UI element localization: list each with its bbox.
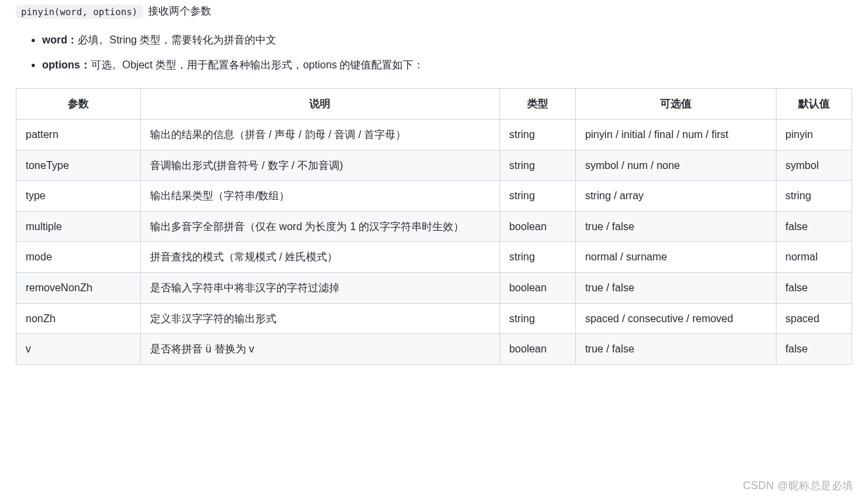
table-row: pattern 输出的结果的信息（拼音 / 声母 / 韵母 / 音调 / 首字母… — [16, 119, 852, 150]
cell-param: mode — [16, 242, 141, 273]
cell-type: string — [499, 303, 575, 334]
options-table-wrap: 参数 说明 类型 可选值 默认值 pattern 输出的结果的信息（拼音 / 声… — [16, 88, 852, 364]
cell-desc: 是否输入字符串中将非汉字的字符过滤掉 — [140, 272, 499, 303]
cell-default: normal — [776, 242, 852, 273]
arg-name: word： — [42, 34, 78, 45]
intro-line: pinyin(word, options) 接收两个参数 — [16, 3, 852, 20]
cell-desc: 音调输出形式(拼音符号 / 数字 / 不加音调) — [140, 150, 499, 181]
col-header-type: 类型 — [499, 89, 575, 120]
arg-name: options： — [42, 59, 91, 70]
table-row: v 是否将拼音 ü 替换为 v boolean true / false fal… — [16, 334, 852, 365]
cell-type: string — [499, 119, 575, 150]
cell-desc: 输出的结果的信息（拼音 / 声母 / 韵母 / 音调 / 首字母） — [140, 119, 499, 150]
cell-options: pinyin / initial / final / num / first — [576, 119, 776, 150]
cell-options: symbol / num / none — [576, 150, 776, 181]
cell-desc: 拼音查找的模式（常规模式 / 姓氏模式） — [140, 242, 499, 273]
cell-default: spaced — [776, 303, 852, 334]
cell-type: string — [499, 242, 575, 273]
col-header-default: 默认值 — [776, 89, 852, 120]
cell-param: multiple — [16, 211, 141, 242]
cell-default: false — [776, 334, 852, 365]
cell-default: symbol — [776, 150, 852, 181]
cell-type: string — [499, 150, 575, 181]
col-header-desc: 说明 — [140, 89, 499, 120]
table-row: mode 拼音查找的模式（常规模式 / 姓氏模式） string normal … — [16, 242, 852, 273]
table-row: nonZh 定义非汉字字符的输出形式 string spaced / conse… — [16, 303, 852, 334]
cell-options: normal / surname — [576, 242, 776, 273]
cell-desc: 是否将拼音 ü 替换为 v — [140, 334, 499, 365]
table-row: removeNonZh 是否输入字符串中将非汉字的字符过滤掉 boolean t… — [16, 272, 852, 303]
cell-type: string — [499, 181, 575, 212]
col-header-param: 参数 — [16, 89, 141, 120]
table-row: multiple 输出多音字全部拼音（仅在 word 为长度为 1 的汉字字符串… — [16, 211, 852, 242]
cell-options: true / false — [576, 272, 776, 303]
options-table: 参数 说明 类型 可选值 默认值 pattern 输出的结果的信息（拼音 / 声… — [16, 88, 852, 364]
intro-label: 接收两个参数 — [148, 5, 211, 16]
cell-options: true / false — [576, 334, 776, 365]
arg-desc: 必填。String 类型，需要转化为拼音的中文 — [78, 34, 276, 45]
cell-param: v — [16, 334, 141, 365]
options-table-body: pattern 输出的结果的信息（拼音 / 声母 / 韵母 / 音调 / 首字母… — [16, 119, 852, 364]
cell-param: toneType — [16, 150, 141, 181]
table-header-row: 参数 说明 类型 可选值 默认值 — [16, 89, 852, 120]
col-header-options: 可选值 — [576, 89, 776, 120]
arg-desc: 可选。Object 类型，用于配置各种输出形式，options 的键值配置如下： — [91, 59, 424, 70]
cell-type: boolean — [499, 334, 575, 365]
cell-param: removeNonZh — [16, 272, 141, 303]
cell-options: spaced / consecutive / removed — [576, 303, 776, 334]
cell-type: boolean — [499, 272, 575, 303]
table-row: toneType 音调输出形式(拼音符号 / 数字 / 不加音调) string… — [16, 150, 852, 181]
arguments-list: word：必填。String 类型，需要转化为拼音的中文 options：可选。… — [16, 30, 852, 76]
cell-desc: 定义非汉字字符的输出形式 — [140, 303, 499, 334]
cell-param: pattern — [16, 119, 141, 150]
cell-default: pinyin — [776, 119, 852, 150]
cell-options: true / false — [576, 211, 776, 242]
cell-desc: 输出多音字全部拼音（仅在 word 为长度为 1 的汉字字符串时生效） — [140, 211, 499, 242]
cell-default: string — [776, 181, 852, 212]
function-signature: pinyin(word, options) — [16, 5, 143, 19]
cell-options: string / array — [576, 181, 776, 212]
list-item: options：可选。Object 类型，用于配置各种输出形式，options … — [42, 55, 852, 75]
cell-default: false — [776, 211, 852, 242]
cell-param: nonZh — [16, 303, 141, 334]
table-row: type 输出结果类型（字符串/数组） string string / arra… — [16, 181, 852, 212]
cell-default: false — [776, 272, 852, 303]
cell-type: boolean — [499, 211, 575, 242]
cell-param: type — [16, 181, 141, 212]
list-item: word：必填。String 类型，需要转化为拼音的中文 — [42, 30, 852, 50]
cell-desc: 输出结果类型（字符串/数组） — [140, 181, 499, 212]
